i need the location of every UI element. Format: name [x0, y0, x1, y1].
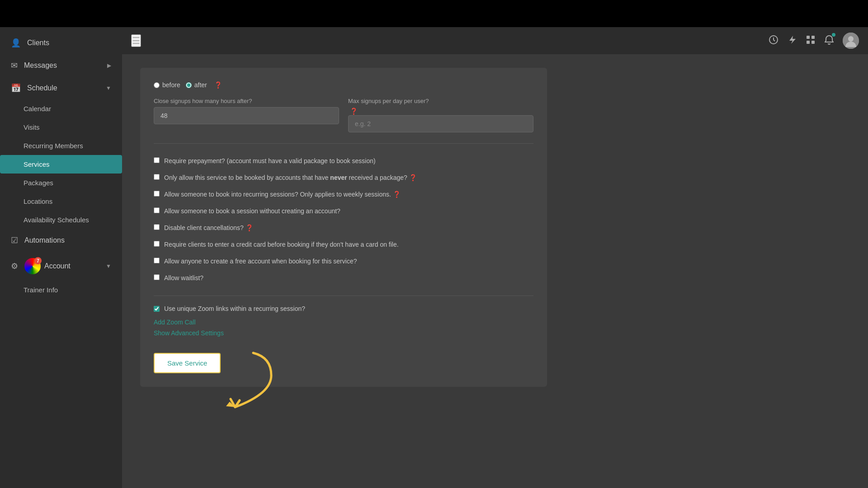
sidebar-label-recurring-members: Recurring Members	[24, 142, 83, 150]
cb3-help-icon[interactable]: ❓	[393, 191, 401, 198]
sidebar-label-services: Services	[24, 160, 50, 168]
zoom-checkbox-label: Use unique Zoom links within a recurring…	[164, 305, 305, 312]
sidebar-label-locations: Locations	[24, 197, 52, 205]
bolt-icon[interactable]	[788, 35, 797, 47]
radio-before[interactable]: before	[154, 81, 180, 89]
zoom-checkbox-row: Use unique Zoom links within a recurring…	[154, 305, 533, 312]
account-badge: 7	[34, 257, 42, 264]
top-black-bar	[0, 0, 868, 27]
close-signups-field: Close signups how many hours after?	[154, 98, 339, 132]
checkbox-item-3: Allow someone to book into recurring ses…	[154, 186, 533, 203]
grid-icon[interactable]	[806, 35, 816, 47]
max-signups-input[interactable]	[348, 115, 533, 132]
sidebar-item-messages[interactable]: ✉ Messages ▶	[0, 54, 122, 77]
sidebar-label-packages: Packages	[24, 179, 53, 187]
sidebar-item-visits[interactable]: Visits	[0, 118, 122, 136]
checkbox-label-6: Require clients to enter a credit card b…	[164, 240, 399, 249]
checkbox-4[interactable]	[154, 207, 160, 213]
main-content: before after ❓ Close signups how many ho…	[122, 54, 868, 488]
sidebar-item-automations[interactable]: ☑ Automations	[0, 229, 122, 252]
divider-1	[154, 143, 533, 144]
svg-point-6	[848, 36, 854, 42]
bell-badge	[832, 33, 835, 37]
zoom-checkbox-input[interactable]	[154, 306, 160, 312]
timing-help-icon[interactable]: ❓	[214, 81, 222, 89]
close-signups-label: Close signups how many hours after?	[154, 98, 339, 104]
sidebar-label-schedule: Schedule	[27, 84, 57, 92]
checkbox-label-5: Disable client cancellations? ❓	[164, 223, 253, 233]
save-button-area: Save Service	[154, 353, 221, 373]
hamburger-button[interactable]: ☰	[131, 34, 141, 47]
add-zoom-call-link[interactable]: Add Zoom Call	[154, 319, 533, 326]
schedule-icon: 📅	[11, 83, 21, 93]
cb5-help-icon[interactable]: ❓	[245, 224, 253, 231]
sidebar-item-services[interactable]: Services	[0, 155, 122, 174]
clock-icon[interactable]	[769, 35, 778, 47]
cb2-help-icon[interactable]: ❓	[409, 174, 417, 181]
form-container: before after ❓ Close signups how many ho…	[140, 68, 547, 387]
checkbox-7[interactable]	[154, 258, 160, 263]
automations-icon: ☑	[11, 235, 18, 245]
sidebar-item-calendar[interactable]: Calendar	[0, 99, 122, 118]
sidebar-label-visits: Visits	[24, 123, 40, 131]
sidebar-label-account: Account	[44, 262, 71, 270]
checkbox-5[interactable]	[154, 224, 160, 230]
user-avatar[interactable]	[843, 33, 859, 49]
sidebar-item-schedule[interactable]: 📅 Schedule ▼	[0, 77, 122, 99]
checkbox-section: Require prepayment? (account must have a…	[154, 153, 533, 286]
radio-before-input[interactable]	[154, 82, 160, 88]
checkbox-item-8: Allow waitlist?	[154, 270, 533, 286]
bell-icon[interactable]	[825, 35, 834, 47]
checkbox-item-4: Allow someone to book a session without …	[154, 203, 533, 220]
close-signups-input[interactable]	[154, 107, 339, 124]
svg-rect-4	[811, 41, 815, 44]
checkbox-label-7: Allow anyone to create a free account wh…	[164, 257, 357, 266]
svg-rect-1	[807, 36, 810, 39]
sidebar-label-calendar: Calendar	[24, 105, 51, 113]
checkbox-label-4: Allow someone to book a session without …	[164, 206, 340, 216]
divider-2	[154, 296, 533, 296]
zoom-section: Use unique Zoom links within a recurring…	[154, 305, 533, 337]
checkbox-item-1: Require prepayment? (account must have a…	[154, 153, 533, 169]
checkbox-label-2: Only allow this service to be booked by …	[164, 173, 417, 183]
messages-icon: ✉	[11, 61, 18, 70]
sidebar-label-automations: Automations	[24, 236, 65, 244]
sidebar-item-availability-schedules[interactable]: Availability Schedules	[0, 211, 122, 229]
svg-rect-2	[811, 36, 815, 39]
max-signups-label: Max signups per day per user?	[348, 98, 533, 104]
show-advanced-settings-link[interactable]: Show Advanced Settings	[154, 329, 533, 337]
save-service-button[interactable]: Save Service	[154, 353, 221, 373]
sidebar-item-clients[interactable]: 👤 Clients	[0, 32, 122, 54]
radio-before-label: before	[162, 81, 180, 89]
checkbox-item-5: Disable client cancellations? ❓	[154, 220, 533, 236]
schedule-chevron: ▼	[106, 85, 111, 91]
sidebar-item-account[interactable]: ⚙ 7 Account ▼	[0, 252, 122, 281]
checkbox-1[interactable]	[154, 157, 160, 163]
sidebar-label-messages: Messages	[24, 61, 57, 70]
radio-after-label: after	[194, 81, 207, 89]
radio-after[interactable]: after	[186, 81, 207, 89]
max-signups-help-icon[interactable]: ❓	[350, 108, 358, 115]
colorful-badge-icon: 7	[24, 258, 41, 274]
checkbox-3[interactable]	[154, 191, 160, 197]
max-signups-field: Max signups per day per user? ❓	[348, 98, 533, 132]
sidebar-item-packages[interactable]: Packages	[0, 174, 122, 192]
clients-icon: 👤	[11, 38, 21, 48]
sidebar-item-trainer-info[interactable]: Trainer Info	[0, 281, 122, 299]
form-fields-row: Close signups how many hours after? Max …	[154, 98, 533, 132]
messages-chevron: ▶	[107, 62, 111, 69]
checkbox-label-1: Require prepayment? (account must have a…	[164, 156, 376, 166]
top-nav-bar: ☰	[122, 27, 868, 54]
sidebar-item-locations[interactable]: Locations	[0, 192, 122, 211]
checkbox-8[interactable]	[154, 274, 160, 280]
checkbox-6[interactable]	[154, 241, 160, 247]
sidebar-item-recurring-members[interactable]: Recurring Members	[0, 136, 122, 155]
sidebar-label-trainer-info: Trainer Info	[24, 286, 58, 294]
checkbox-2[interactable]	[154, 174, 160, 180]
nav-right-icons	[769, 33, 859, 49]
checkbox-label-3: Allow someone to book into recurring ses…	[164, 190, 401, 199]
checkbox-item-6: Require clients to enter a credit card b…	[154, 236, 533, 253]
sidebar-label-clients: Clients	[27, 39, 49, 47]
signup-timing-row: before after ❓	[154, 81, 533, 89]
radio-after-input[interactable]	[186, 82, 192, 88]
